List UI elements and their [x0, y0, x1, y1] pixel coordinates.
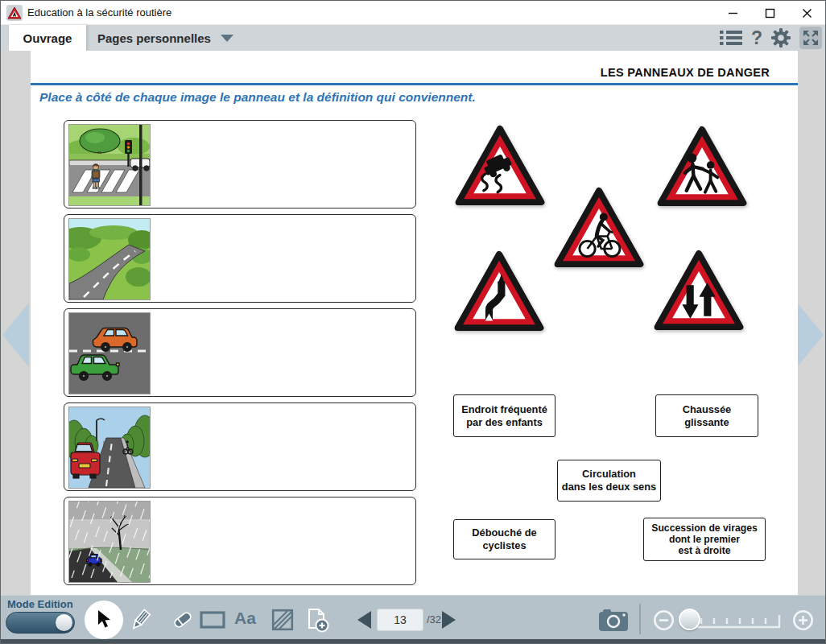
eraser-tool-button[interactable] [170, 607, 196, 636]
definition-slippery[interactable]: Chaussée glissante [655, 394, 758, 437]
add-page-icon [304, 607, 329, 633]
page-total-label: /32 [427, 609, 441, 631]
cursor-icon [95, 609, 113, 630]
zoom-in-icon [792, 609, 814, 631]
text-tool-button[interactable]: Aa [234, 609, 256, 628]
window-title: Education à la sécurité routière [27, 1, 171, 25]
pencil-tool-button[interactable] [127, 607, 153, 636]
minimize-button[interactable] [714, 1, 751, 25]
two-way-traffic-sign-icon[interactable] [652, 248, 745, 335]
children-sign-icon[interactable] [655, 124, 749, 211]
previous-page-arrow[interactable] [2, 303, 29, 367]
app-logo-icon [6, 5, 23, 24]
zoom-out-button[interactable] [653, 609, 675, 634]
zoom-out-icon [653, 609, 675, 631]
tab-bar: Ouvrage Pages personnelles ? [1, 25, 825, 51]
zoom-scale-ruler [687, 612, 783, 634]
toolbar-bottom-edge [1, 639, 825, 643]
tab-ouvrage[interactable]: Ouvrage [9, 25, 86, 51]
cyclists-sign-icon[interactable] [552, 185, 646, 272]
drop-box-two-way[interactable] [64, 308, 416, 397]
zoom-in-button[interactable] [792, 609, 814, 634]
contents-list-icon[interactable] [719, 28, 743, 47]
instruction-text: Place à côté de chaque image le panneau … [39, 90, 476, 105]
mode-edition-label: Mode Edition [7, 598, 73, 610]
two-cars-scene-icon [68, 312, 151, 394]
ruler-icon [687, 612, 783, 631]
eraser-icon [170, 607, 196, 633]
avenue-cyclist-scene-icon [68, 407, 151, 489]
book-page: LES PANNEAUX DE DANGER Place à côté de c… [31, 51, 798, 597]
rectangle-icon [199, 609, 226, 630]
definition-cyclists[interactable]: Débouché de cyclistes [453, 519, 555, 559]
toggle-knob [56, 614, 72, 631]
header-divider [31, 83, 798, 85]
chevron-down-icon [221, 35, 233, 42]
mode-edition-toggle[interactable] [6, 612, 75, 634]
zoom-slider-handle[interactable] [679, 609, 700, 630]
camera-icon [598, 607, 629, 633]
double-bend-sign-icon[interactable] [452, 249, 546, 336]
drop-box-rain[interactable] [64, 497, 416, 585]
page-number-input[interactable]: 13 [377, 609, 423, 631]
bottom-toolbar: Mode Edition [1, 595, 825, 643]
maximize-button[interactable] [751, 1, 788, 25]
snapshot-button[interactable] [598, 607, 629, 636]
toolbar-divider [639, 604, 641, 634]
drop-box-winding-road[interactable] [64, 214, 416, 303]
gear-icon[interactable] [770, 27, 791, 48]
rectangle-tool-button[interactable] [199, 609, 226, 634]
next-page-button[interactable] [442, 611, 456, 629]
tab-pages-personnelles[interactable]: Pages personnelles [86, 25, 245, 51]
page-title: LES PANNEAUX DE DANGER [601, 66, 770, 79]
app-window: Education à la sécurité routière Ouvrage… [0, 0, 826, 644]
close-button[interactable] [788, 1, 825, 25]
title-bar: Education à la sécurité routière [1, 1, 825, 25]
winding-road-scene-icon [68, 218, 151, 300]
main-area: LES PANNEAUX DE DANGER Place à côté de c… [1, 51, 825, 597]
drop-box-avenue[interactable] [64, 402, 416, 491]
select-tool-button[interactable] [85, 601, 123, 639]
pencil-icon [127, 607, 153, 633]
previous-page-button[interactable] [357, 611, 371, 629]
definition-children[interactable]: Endroit fréquenté par des enfants [453, 394, 555, 437]
fullscreen-icon[interactable] [799, 27, 822, 49]
drop-box-crossing[interactable] [64, 120, 416, 208]
hatch-square-icon [271, 609, 294, 631]
pedestrian-crossing-scene-icon [68, 124, 151, 206]
help-icon[interactable]: ? [751, 29, 762, 47]
rain-scene-icon [68, 501, 151, 583]
fill-pattern-tool-button[interactable] [271, 609, 294, 634]
definition-bends[interactable]: Succession de virages dont le premier es… [643, 518, 766, 561]
next-page-arrow[interactable] [797, 303, 824, 367]
definition-two-way[interactable]: Circulation dans les deux sens [557, 460, 661, 502]
add-page-button[interactable] [304, 607, 329, 636]
slippery-road-sign-icon[interactable] [453, 123, 547, 210]
